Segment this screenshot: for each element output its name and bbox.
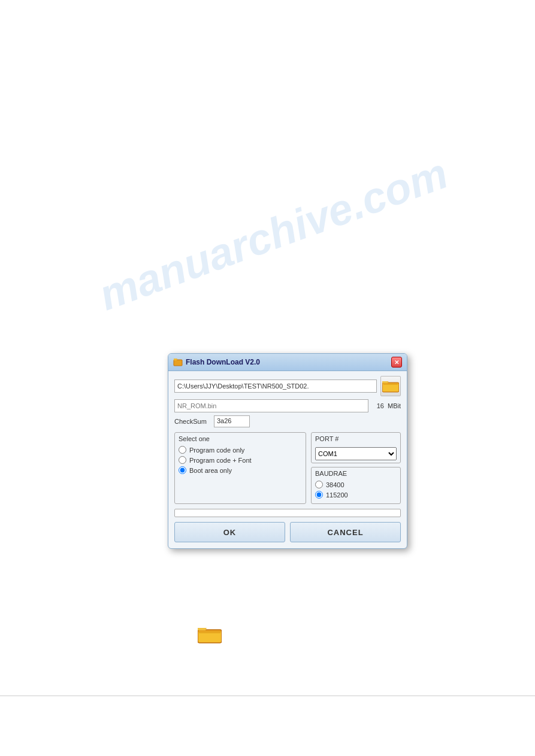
- middle-section: Select one Program code only Program cod…: [174, 432, 401, 504]
- close-button[interactable]: ✕: [391, 357, 402, 368]
- radio-program-code-font-label: Program code + Font: [189, 457, 252, 464]
- nr-rom-input[interactable]: [174, 399, 368, 412]
- radio-38400-label: 38400: [326, 481, 344, 488]
- bottom-separator: [0, 696, 535, 696]
- ok-button[interactable]: OK: [174, 522, 285, 542]
- radio-program-code-only-input[interactable]: [179, 446, 186, 454]
- port-baud-section: PORT # COM1 COM2 COM3 COM4 BAUDRAE 38400: [311, 432, 401, 504]
- cancel-button[interactable]: CANCEL: [290, 522, 401, 542]
- file-path-row: [174, 376, 401, 396]
- nr-rom-row: 16 MBit: [174, 399, 401, 412]
- browse-button[interactable]: [380, 376, 401, 396]
- radio-38400[interactable]: 38400: [315, 481, 397, 488]
- radio-program-code-font[interactable]: Program code + Font: [179, 456, 302, 464]
- radio-program-code-only-label: Program code only: [189, 447, 244, 454]
- radio-boot-area-only[interactable]: Boot area only: [179, 466, 302, 474]
- svg-rect-5: [383, 384, 398, 385]
- checksum-label: CheckSum: [174, 418, 210, 425]
- dialog-icon: [173, 357, 183, 367]
- radio-115200-label: 115200: [326, 491, 348, 499]
- folder-icon: [382, 379, 399, 393]
- port-group: PORT # COM1 COM2 COM3 COM4: [311, 432, 401, 463]
- dialog-wrapper: Flash DownLoad V2.0 ✕: [168, 353, 407, 549]
- radio-program-code-font-input[interactable]: [179, 456, 186, 464]
- port-select[interactable]: COM1 COM2 COM3 COM4: [315, 447, 397, 460]
- bottom-folder-icon: [198, 625, 222, 645]
- radio-115200[interactable]: 115200: [315, 491, 397, 499]
- svg-marker-1: [174, 359, 177, 360]
- checksum-row: CheckSum 3a26: [174, 415, 401, 427]
- port-legend: PORT #: [315, 435, 397, 442]
- svg-rect-0: [174, 360, 182, 366]
- baud-legend: BAUDRAE: [315, 470, 397, 477]
- radio-115200-input[interactable]: [315, 491, 323, 499]
- watermark: manuarchive.com: [92, 148, 454, 320]
- radio-38400-input[interactable]: [315, 481, 323, 488]
- select-one-group: Select one Program code only Program cod…: [174, 432, 306, 504]
- svg-marker-7: [198, 628, 207, 630]
- checksum-value: 3a26: [214, 415, 250, 427]
- dialog-body: 16 MBit CheckSum 3a26 Select one Program…: [168, 371, 407, 548]
- dialog-title: Flash DownLoad V2.0: [186, 358, 260, 366]
- progress-bar: [174, 509, 401, 517]
- file-path-input[interactable]: [174, 379, 377, 393]
- baud-group: BAUDRAE 38400 115200: [311, 467, 401, 504]
- radio-boot-area-only-input[interactable]: [179, 466, 186, 474]
- buttons-row: OK CANCEL: [174, 522, 401, 542]
- svg-marker-3: [382, 381, 389, 383]
- title-bar-left: Flash DownLoad V2.0: [173, 357, 260, 367]
- title-bar: Flash DownLoad V2.0 ✕: [168, 354, 407, 371]
- mbit-value: 16: [372, 402, 384, 409]
- select-one-legend: Select one: [179, 435, 302, 442]
- svg-rect-9: [199, 631, 220, 633]
- radio-program-code-only[interactable]: Program code only: [179, 446, 302, 454]
- radio-boot-area-only-label: Boot area only: [189, 467, 232, 474]
- flash-download-dialog: Flash DownLoad V2.0 ✕: [168, 353, 407, 549]
- mbit-label: MBit: [388, 402, 401, 409]
- folder-icon-bottom: [198, 625, 222, 645]
